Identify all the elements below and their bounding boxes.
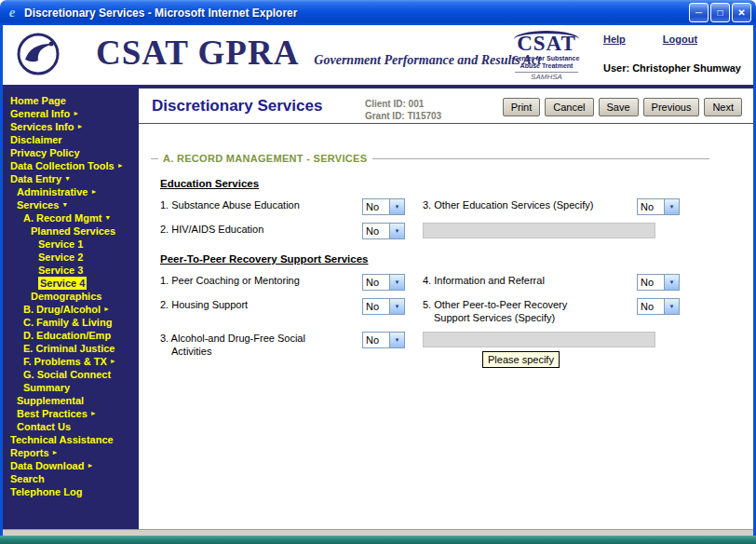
sidebar-item-c-family-living[interactable]: C. Family & Living — [3, 316, 139, 329]
hhs-eagle-logo-icon — [16, 32, 61, 80]
status-bar — [3, 529, 753, 536]
maximize-button[interactable]: □ — [710, 3, 730, 22]
other-peer-specify-input — [423, 332, 655, 347]
sidebar-item-search[interactable]: Search — [3, 472, 139, 485]
save-button[interactable]: Save — [599, 98, 639, 116]
sidebar-item-data-entry[interactable]: Data Entry▼ — [3, 172, 139, 185]
information-referral-select[interactable]: No ▼ — [637, 274, 680, 291]
header-links: Help Logout — [603, 34, 697, 45]
sidebar-item-d-education-emp[interactable]: D. Education/Emp — [3, 329, 139, 342]
information-referral-label: 4. Information and Referral — [423, 274, 637, 287]
titlebar[interactable]: e Discretionary Services - Microsoft Int… — [0, 0, 756, 25]
submenu-arrow-icon: ▼ — [61, 198, 68, 211]
footer-bar — [0, 536, 756, 544]
submenu-arrow-icon: ► — [73, 107, 79, 120]
logout-link[interactable]: Logout — [663, 34, 697, 45]
minimize-button[interactable]: ─ — [689, 3, 709, 22]
sidebar-item-service-3[interactable]: Service 3 — [3, 264, 139, 277]
alcohol-drug-free-social-label: 3. Alcohol-and Drug-Free Social Activiti… — [160, 332, 362, 358]
window-title: Discretionary Services - Microsoft Inter… — [24, 7, 684, 20]
sidebar-item-home-page[interactable]: Home Page — [3, 94, 139, 107]
csat-logo: CSAT Center for Substance Abuse Treatmen… — [502, 31, 591, 81]
sidebar-item-general-info[interactable]: General Info► — [3, 107, 139, 120]
app-brand: CSAT GPRA — [96, 33, 299, 73]
submenu-arrow-icon: ► — [76, 120, 83, 133]
other-education-specify-input — [423, 223, 655, 238]
sidebar-item-summary[interactable]: Summary — [3, 381, 139, 394]
sidebar-item-services-info[interactable]: Services Info► — [3, 120, 139, 133]
sidebar-item-planned-services[interactable]: Planned Services — [3, 224, 139, 238]
close-button[interactable]: ✕ — [732, 3, 751, 22]
sidebar-item-administrative[interactable]: Administrative► — [3, 185, 139, 198]
sidebar-item-telephone-log[interactable]: Telephone Log — [3, 485, 139, 498]
content-area: Home Page General Info► Services Info► D… — [3, 88, 753, 529]
dropdown-arrow-icon: ▼ — [664, 275, 679, 290]
sidebar-item-technical-assistance[interactable]: Technical Assistance — [3, 433, 139, 446]
brand-block: CSAT GPRA Government Performance and Res… — [96, 33, 541, 73]
sidebar-item-supplemental[interactable]: Supplemental — [3, 394, 139, 407]
hiv-aids-education-select[interactable]: No ▼ — [362, 223, 405, 239]
sidebar-nav: Home Page General Info► Services Info► D… — [3, 88, 139, 529]
housing-support-select[interactable]: No ▼ — [362, 298, 405, 315]
sidebar-item-demographics[interactable]: Demographics — [3, 290, 139, 303]
help-link[interactable]: Help — [603, 34, 626, 45]
sidebar-item-e-criminal-justice[interactable]: E. Criminal Justice — [3, 342, 139, 355]
peer-coaching-label: 1. Peer Coaching or Mentoring — [160, 274, 362, 287]
client-grant-ids: Client ID: 001 Grant ID: TI15703 — [365, 98, 503, 122]
sidebar-item-a-record-mgmt[interactable]: A. Record Mgmt▼ — [3, 211, 139, 224]
sidebar-item-disclaimer[interactable]: Disclaimer — [3, 133, 139, 146]
please-specify-tooltip: Please specify — [482, 351, 560, 368]
education-services-heading: Education Services — [160, 178, 709, 189]
other-education-services-select[interactable]: No ▼ — [637, 198, 680, 215]
peer-to-peer-heading: Peer-To-Peer Recovery Support Services — [160, 253, 709, 265]
record-management-fieldset: A. RECORD MANAGEMENT - SERVICES Educatio… — [139, 124, 753, 358]
sidebar-item-data-download[interactable]: Data Download► — [3, 459, 139, 472]
sidebar-item-g-social-connect[interactable]: G. Social Connect — [3, 368, 139, 381]
main-panel: Discretionary Services Client ID: 001 Gr… — [139, 88, 753, 529]
previous-button[interactable]: Previous — [643, 98, 700, 116]
main-header: Discretionary Services Client ID: 001 Gr… — [139, 88, 753, 124]
submenu-arrow-icon: ► — [110, 355, 116, 368]
next-button[interactable]: Next — [704, 98, 742, 116]
submenu-arrow-icon: ► — [117, 159, 124, 172]
window-frame: CSAT GPRA Government Performance and Res… — [0, 25, 756, 536]
education-services-section: Education Services 1. Substance Abuse Ed… — [160, 178, 709, 239]
sidebar-item-f-problems-tx[interactable]: F. Problems & TX► — [3, 355, 139, 368]
grant-id: Grant ID: TI15703 — [365, 110, 503, 122]
sidebar-item-contact-us[interactable]: Contact Us — [3, 420, 139, 433]
substance-abuse-education-label: 1. Substance Abuse Education — [160, 198, 362, 211]
cancel-button[interactable]: Cancel — [545, 98, 593, 116]
window-controls: ─ □ ✕ — [689, 3, 751, 22]
print-button[interactable]: Print — [503, 98, 541, 116]
sidebar-item-best-practices[interactable]: Best Practices► — [3, 407, 139, 420]
alcohol-drug-free-social-select[interactable]: No ▼ — [362, 332, 405, 348]
housing-support-label: 2. Housing Support — [160, 298, 362, 311]
dropdown-arrow-icon: ▼ — [389, 299, 404, 314]
internet-explorer-icon: e — [5, 5, 20, 20]
peer-to-peer-section: Peer-To-Peer Recovery Support Services 1… — [160, 253, 709, 358]
submenu-arrow-icon: ► — [90, 407, 97, 420]
other-peer-recovery-select[interactable]: No ▼ — [637, 298, 680, 315]
client-id: Client ID: 001 — [365, 98, 503, 110]
sidebar-item-services[interactable]: Services▼ — [3, 198, 139, 211]
dropdown-arrow-icon: ▼ — [389, 333, 404, 347]
toolbar: Print Cancel Save Previous Next — [503, 98, 742, 116]
browser-window: e Discretionary Services - Microsoft Int… — [0, 0, 756, 544]
submenu-arrow-icon: ▼ — [104, 211, 111, 224]
dropdown-arrow-icon: ▼ — [389, 224, 404, 238]
sidebar-item-privacy-policy[interactable]: Privacy Policy — [3, 146, 139, 159]
dropdown-arrow-icon: ▼ — [389, 199, 404, 214]
sidebar-item-service-4[interactable]: Service 4 — [3, 277, 139, 290]
submenu-arrow-icon: ► — [103, 303, 110, 316]
sidebar-item-service-1[interactable]: Service 1 — [3, 238, 139, 251]
fieldset-legend: A. RECORD MANAGEMENT - SERVICES — [151, 153, 709, 164]
sidebar-item-service-2[interactable]: Service 2 — [3, 251, 139, 264]
dropdown-arrow-icon: ▼ — [664, 299, 679, 314]
sidebar-item-b-drug-alcohol[interactable]: B. Drug/Alcohol► — [3, 303, 139, 316]
dropdown-arrow-icon: ▼ — [389, 275, 404, 290]
sidebar-item-data-collection-tools[interactable]: Data Collection Tools► — [3, 159, 139, 172]
other-education-services-label: 3. Other Education Services (Specify) — [423, 198, 637, 211]
substance-abuse-education-select[interactable]: No ▼ — [362, 198, 405, 215]
peer-coaching-select[interactable]: No ▼ — [362, 274, 405, 291]
sidebar-item-reports[interactable]: Reports► — [3, 446, 139, 459]
